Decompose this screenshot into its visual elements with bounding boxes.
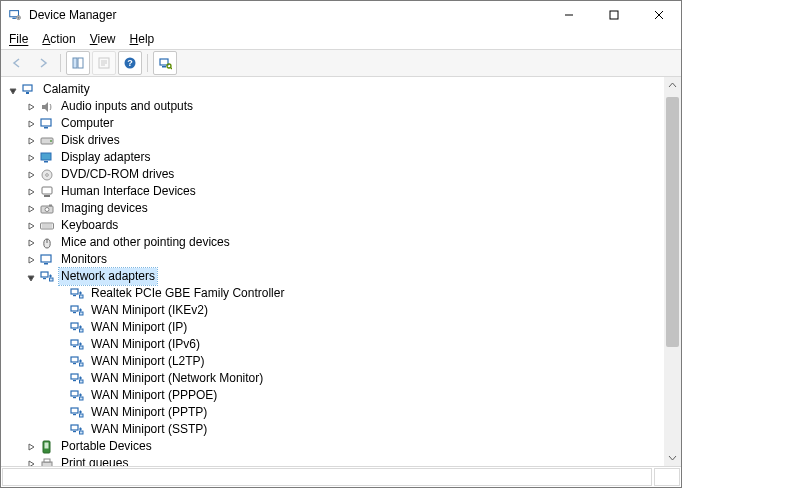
toolbar-scan-button[interactable] xyxy=(153,51,177,75)
maximize-button[interactable] xyxy=(591,1,636,29)
tree-category[interactable]: Mice and other pointing devices xyxy=(5,234,681,251)
mouse-icon xyxy=(39,235,55,251)
menu-action[interactable]: Action xyxy=(42,32,75,46)
tree-category[interactable]: DVD/CD-ROM drives xyxy=(5,166,681,183)
tree-category-label: DVD/CD-ROM drives xyxy=(59,166,176,183)
tree-device[interactable]: WAN Miniport (SSTP) xyxy=(5,421,681,438)
twisty-collapsed-icon[interactable] xyxy=(25,237,37,249)
svg-rect-1 xyxy=(12,18,16,19)
titlebar[interactable]: Device Manager xyxy=(1,1,681,29)
svg-text:?: ? xyxy=(127,58,133,68)
svg-rect-64 xyxy=(80,397,84,400)
toolbar-show-hide-tree-button[interactable] xyxy=(66,51,90,75)
minimize-button[interactable] xyxy=(546,1,591,29)
vertical-scrollbar[interactable] xyxy=(664,77,681,466)
twisty-expanded-icon[interactable] xyxy=(7,84,19,96)
twisty-collapsed-icon[interactable] xyxy=(25,118,37,130)
network-icon xyxy=(69,371,85,387)
tree-device-label: WAN Miniport (Network Monitor) xyxy=(89,370,265,387)
twisty-collapsed-icon[interactable] xyxy=(25,441,37,453)
menu-file[interactable]: File xyxy=(9,32,28,46)
svg-rect-44 xyxy=(71,289,78,294)
tree-device[interactable]: WAN Miniport (L2TP) xyxy=(5,353,681,370)
twisty-expanded-icon[interactable] xyxy=(25,271,37,283)
tree-device[interactable]: WAN Miniport (PPPOE) xyxy=(5,387,681,404)
tree-device-label: WAN Miniport (PPTP) xyxy=(89,404,209,421)
svg-rect-65 xyxy=(71,408,78,413)
tree-category[interactable]: Network adapters xyxy=(5,268,681,285)
tree-category-label: Monitors xyxy=(59,251,109,268)
twisty-collapsed-icon[interactable] xyxy=(25,135,37,147)
tree-device[interactable]: WAN Miniport (IKEv2) xyxy=(5,302,681,319)
svg-rect-42 xyxy=(43,278,46,279)
tree-category[interactable]: Monitors xyxy=(5,251,681,268)
status-grip xyxy=(654,468,680,486)
svg-point-17 xyxy=(167,64,171,68)
toolbar-properties-button[interactable] xyxy=(92,51,116,75)
svg-point-24 xyxy=(50,140,52,142)
tree-category[interactable]: Disk drives xyxy=(5,132,681,149)
svg-rect-29 xyxy=(42,187,52,194)
tree-device[interactable]: Realtek PCIe GBE Family Controller xyxy=(5,285,681,302)
tree-category[interactable]: Computer xyxy=(5,115,681,132)
imaging-icon xyxy=(39,201,55,217)
svg-rect-51 xyxy=(73,329,76,330)
tree-category[interactable]: Human Interface Devices xyxy=(5,183,681,200)
tree-category[interactable]: Imaging devices xyxy=(5,200,681,217)
twisty-collapsed-icon[interactable] xyxy=(25,169,37,181)
svg-rect-56 xyxy=(71,357,78,362)
disk-icon xyxy=(39,133,55,149)
tree-category-label: Imaging devices xyxy=(59,200,150,217)
scroll-thumb[interactable] xyxy=(666,97,679,347)
svg-rect-69 xyxy=(73,431,76,432)
scroll-up-button[interactable] xyxy=(664,77,681,94)
toolbar-back-button[interactable] xyxy=(5,51,29,75)
menubar: File Action View Help xyxy=(1,29,681,50)
twisty-collapsed-icon[interactable] xyxy=(25,220,37,232)
tree-category-label: Audio inputs and outputs xyxy=(59,98,195,115)
toolbar-forward-button[interactable] xyxy=(31,51,55,75)
svg-rect-49 xyxy=(80,312,84,315)
svg-rect-47 xyxy=(71,306,78,311)
close-button[interactable] xyxy=(636,1,681,29)
twisty-collapsed-icon[interactable] xyxy=(25,254,37,266)
tree-pane[interactable]: CalamityAudio inputs and outputsComputer… xyxy=(1,77,681,467)
twisty-collapsed-icon[interactable] xyxy=(25,203,37,215)
tree-category[interactable]: Audio inputs and outputs xyxy=(5,98,681,115)
svg-rect-26 xyxy=(44,161,48,163)
tree-category[interactable]: Portable Devices xyxy=(5,438,681,455)
menu-view[interactable]: View xyxy=(90,32,116,46)
tree-device[interactable]: WAN Miniport (PPTP) xyxy=(5,404,681,421)
svg-rect-46 xyxy=(80,295,84,298)
tree-root-label: Calamity xyxy=(41,81,92,98)
svg-rect-40 xyxy=(44,263,48,265)
svg-rect-22 xyxy=(44,127,48,129)
svg-rect-63 xyxy=(73,397,76,398)
twisty-collapsed-icon[interactable] xyxy=(25,152,37,164)
device-tree[interactable]: CalamityAudio inputs and outputsComputer… xyxy=(1,77,681,467)
computer-icon xyxy=(21,82,37,98)
svg-rect-66 xyxy=(73,414,76,415)
twisty-none xyxy=(55,373,67,385)
tree-category[interactable]: Keyboards xyxy=(5,217,681,234)
tree-category[interactable]: Print queues xyxy=(5,455,681,467)
toolbar-help-button[interactable]: ? xyxy=(118,51,142,75)
tree-device[interactable]: WAN Miniport (Network Monitor) xyxy=(5,370,681,387)
svg-rect-68 xyxy=(71,425,78,430)
scroll-down-button[interactable] xyxy=(664,449,681,466)
tree-category[interactable]: Display adapters xyxy=(5,149,681,166)
tree-device[interactable]: WAN Miniport (IPv6) xyxy=(5,336,681,353)
toolbar: ? xyxy=(1,50,681,77)
app-icon xyxy=(7,7,23,23)
svg-rect-7 xyxy=(73,58,77,68)
toolbar-separator xyxy=(147,54,148,72)
menu-help[interactable]: Help xyxy=(130,32,155,46)
twisty-collapsed-icon[interactable] xyxy=(25,101,37,113)
tree-root[interactable]: Calamity xyxy=(5,81,681,98)
tree-category-label: Print queues xyxy=(59,455,130,467)
network-icon xyxy=(69,320,85,336)
twisty-collapsed-icon[interactable] xyxy=(25,458,37,468)
tree-device[interactable]: WAN Miniport (IP) xyxy=(5,319,681,336)
twisty-none xyxy=(55,424,67,436)
twisty-collapsed-icon[interactable] xyxy=(25,186,37,198)
